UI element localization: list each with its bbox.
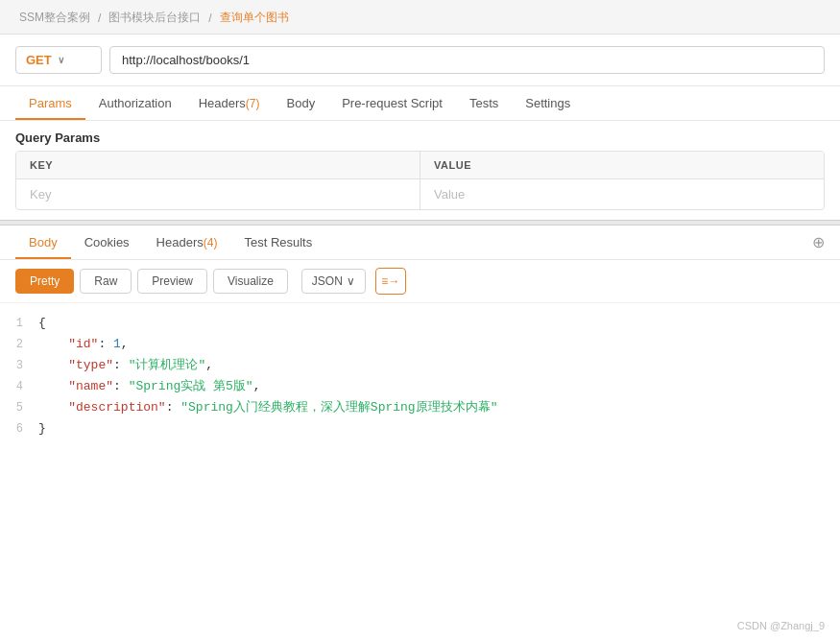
format-bar: Pretty Raw Preview Visualize JSON ∨ ≡→	[0, 260, 840, 303]
params-empty-row: Key Value	[16, 179, 824, 209]
url-bar: GET ∨	[0, 35, 840, 86]
format-pretty-button[interactable]: Pretty	[15, 269, 74, 294]
breadcrumb: SSM整合案例 / 图书模块后台接口 / 查询单个图书	[0, 0, 840, 35]
wrap-icon: ≡→	[381, 274, 399, 288]
tab-response-body[interactable]: Body	[15, 226, 71, 259]
tab-settings[interactable]: Settings	[512, 86, 584, 120]
breadcrumb-sep2: /	[208, 12, 211, 25]
globe-icon[interactable]: ⊕	[812, 226, 825, 259]
params-table-header: KEY VALUE	[16, 152, 824, 179]
format-preview-button[interactable]: Preview	[137, 269, 207, 294]
json-line-2: 2 "id": 1,	[0, 334, 840, 355]
json-content: 1 { 2 "id": 1, 3 "type": "计算机理论", 4 "nam…	[0, 303, 840, 450]
format-visualize-button[interactable]: Visualize	[213, 269, 288, 294]
json-format-select[interactable]: JSON ∨	[301, 269, 366, 294]
method-label: GET	[26, 53, 52, 67]
response-section: Body Cookies Headers (4) Test Results ⊕ …	[0, 226, 840, 450]
tab-params[interactable]: Params	[15, 86, 85, 120]
json-line-5: 5 "description": "Spring入门经典教程，深入理解Sprin…	[0, 397, 840, 418]
json-line-3: 3 "type": "计算机理论",	[0, 355, 840, 376]
breadcrumb-sep1: /	[98, 12, 101, 25]
json-line-1: 1 {	[0, 313, 840, 334]
method-select[interactable]: GET ∨	[15, 46, 102, 74]
format-raw-button[interactable]: Raw	[80, 269, 132, 294]
query-params-title: Query Params	[0, 121, 840, 151]
json-line-6: 6 }	[0, 418, 840, 439]
value-input-placeholder[interactable]: Value	[420, 179, 824, 209]
url-input[interactable]	[109, 46, 825, 74]
response-tabs: Body Cookies Headers (4) Test Results	[15, 226, 325, 259]
json-line-4: 4 "name": "Spring实战 第5版",	[0, 376, 840, 397]
tab-authorization[interactable]: Authorization	[85, 86, 185, 120]
tab-response-headers[interactable]: Headers (4)	[143, 226, 231, 259]
chevron-down-icon: ∨	[347, 274, 355, 288]
breadcrumb-current: 查询单个图书	[220, 10, 289, 26]
chevron-down-icon: ∨	[58, 55, 64, 65]
tab-body[interactable]: Body	[274, 86, 329, 120]
key-column-header: KEY	[16, 152, 420, 178]
response-tab-bar: Body Cookies Headers (4) Test Results ⊕	[0, 226, 840, 260]
breadcrumb-part1: SSM整合案例	[19, 10, 90, 26]
tab-tests[interactable]: Tests	[456, 86, 512, 120]
wrap-button[interactable]: ≡→	[375, 268, 406, 295]
tab-response-cookies[interactable]: Cookies	[71, 226, 143, 259]
watermark: CSDN @Zhangj_9	[737, 620, 825, 631]
tab-response-test-results[interactable]: Test Results	[230, 226, 325, 259]
breadcrumb-part2: 图书模块后台接口	[108, 10, 201, 26]
tab-pre-request-script[interactable]: Pre-request Script	[328, 86, 456, 120]
params-table: KEY VALUE Key Value	[15, 151, 825, 210]
json-format-label: JSON	[312, 274, 343, 288]
request-tab-bar: Params Authorization Headers (7) Body Pr…	[0, 86, 840, 121]
tab-headers[interactable]: Headers (7)	[185, 86, 274, 120]
value-column-header: VALUE	[420, 152, 824, 178]
key-input-placeholder[interactable]: Key	[16, 179, 420, 209]
